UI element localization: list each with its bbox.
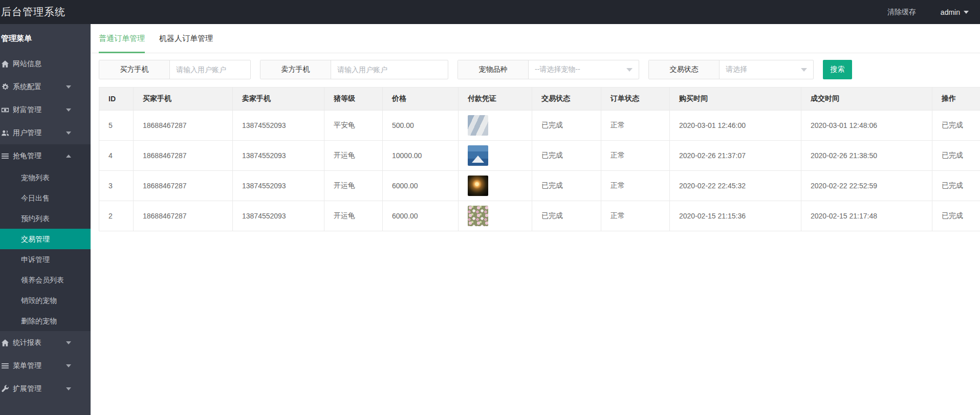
user-menu[interactable]: admin [941, 8, 969, 16]
sidebar-item-4[interactable]: 抢龟管理 [0, 144, 91, 167]
cell-order_status: 正常 [601, 141, 670, 171]
orders-table: ID买家手机卖家手机猪等级价格付款凭证交易状态订单状态购买时间成交时间操作 51… [99, 87, 980, 231]
sidebar-item-6[interactable]: 菜单管理 [0, 354, 91, 377]
cell-voucher [459, 111, 532, 141]
cell-id: 5 [99, 111, 134, 141]
seller-phone-group: 卖方手机 [260, 60, 448, 79]
seller-phone-input[interactable] [331, 60, 448, 79]
sidebar-item-1[interactable]: 系统配置 [0, 75, 91, 98]
sidebar-group-5: 统计报表 [0, 331, 91, 354]
pet-type-value: --请选择宠物-- [535, 65, 580, 74]
sidebar-item-7[interactable]: 扩展管理 [0, 377, 91, 400]
cell-buy_time: 2020-03-01 12:46:00 [670, 111, 801, 141]
voucher-image[interactable] [468, 176, 488, 196]
column-header-grade: 猪等级 [324, 88, 383, 111]
trade-status-select[interactable]: 请选择 [720, 60, 813, 79]
column-header-order_status: 订单状态 [601, 88, 670, 111]
voucher-image[interactable] [468, 115, 488, 136]
app-title: 后台管理系统 [0, 5, 66, 19]
column-header-price: 价格 [383, 88, 459, 111]
table-row: 31868846728713874552093开运龟6000.00已完成正常20… [99, 171, 980, 201]
cell-buy_time: 2020-02-15 21:15:36 [670, 201, 801, 231]
pet-type-select[interactable]: --请选择宠物-- [529, 60, 639, 79]
sidebar-item-label: 菜单管理 [13, 361, 41, 370]
sidebar-subitem-2[interactable]: 预约列表 [0, 208, 91, 229]
cell-action: 已完成 [932, 111, 980, 141]
trade-status-label: 交易状态 [649, 60, 720, 79]
cell-deal_time: 2020-03-01 12:48:06 [801, 111, 932, 141]
cell-price: 6000.00 [383, 201, 459, 231]
cell-trade_status: 已完成 [532, 201, 601, 231]
sidebar-item-5[interactable]: 统计报表 [0, 331, 91, 354]
column-header-buyer: 买家手机 [134, 88, 233, 111]
topbar: 后台管理系统 清除缓存 admin [0, 0, 980, 24]
sidebar-group-0: 网站信息 [0, 52, 91, 75]
table-row: 21868846728713874552093开运龟6000.00已完成正常20… [99, 201, 980, 231]
cell-buyer: 18688467287 [134, 171, 233, 201]
buyer-phone-input[interactable] [170, 60, 250, 79]
cell-deal_time: 2020-02-22 22:52:59 [801, 171, 932, 201]
sidebar-item-2[interactable]: 财富管理 [0, 98, 91, 121]
buyer-phone-label: 买方手机 [99, 60, 170, 79]
cell-buyer: 18688467287 [134, 141, 233, 171]
wrench-icon [1, 385, 9, 393]
cell-order_status: 正常 [601, 111, 670, 141]
chevron-down-icon [66, 387, 71, 390]
chevron-down-icon [626, 68, 633, 72]
chevron-down-icon [66, 85, 71, 89]
tab-label: 普通订单管理 [99, 34, 145, 43]
sidebar-group-2: 财富管理 [0, 98, 91, 121]
sidebar-subitem-5[interactable]: 领养会员列表 [0, 270, 91, 290]
column-header-trade_status: 交易状态 [532, 88, 601, 111]
chevron-down-icon [801, 68, 807, 72]
cell-grade: 开运龟 [324, 201, 383, 231]
column-header-action: 操作 [932, 88, 980, 111]
sidebar-item-label: 网站信息 [13, 59, 41, 69]
search-button[interactable]: 搜索 [823, 60, 852, 79]
sidebar-group-3: 用户管理 [0, 121, 91, 144]
clear-cache-link[interactable]: 清除缓存 [887, 8, 916, 17]
cell-action: 已完成 [932, 171, 980, 201]
voucher-image[interactable] [468, 145, 488, 166]
sidebar-subitem-7[interactable]: 删除的宠物 [0, 311, 91, 331]
voucher-image[interactable] [468, 206, 488, 226]
buyer-phone-group: 买方手机 [99, 60, 251, 79]
tab-normal-orders[interactable]: 普通订单管理 [99, 24, 145, 53]
sidebar-subitem-6[interactable]: 销毁的宠物 [0, 290, 91, 311]
sidebar-subitem-1[interactable]: 今日出售 [0, 188, 91, 208]
cell-action: 已完成 [932, 141, 980, 171]
sidebar-submenu: 宠物列表今日出售预约列表交易管理申诉管理领养会员列表销毁的宠物删除的宠物 [0, 167, 91, 331]
chevron-down-icon [964, 11, 969, 14]
cell-seller: 13874552093 [233, 141, 324, 171]
cell-id: 3 [99, 171, 134, 201]
cell-order_status: 正常 [601, 201, 670, 231]
sidebar-item-label: 扩展管理 [13, 384, 41, 394]
cell-order_status: 正常 [601, 171, 670, 201]
cell-price: 500.00 [383, 111, 459, 141]
sidebar-group-4: 抢龟管理宠物列表今日出售预约列表交易管理申诉管理领养会员列表销毁的宠物删除的宠物 [0, 144, 91, 331]
column-header-id: ID [99, 88, 134, 111]
chevron-down-icon [66, 132, 71, 135]
main-content: 普通订单管理 机器人订单管理 买方手机 卖方手机 宠物品种 --请选择宠物-- … [91, 24, 980, 415]
topbar-right: 清除缓存 admin [887, 8, 980, 17]
cell-price: 6000.00 [383, 171, 459, 201]
tab-robot-orders[interactable]: 机器人订单管理 [159, 24, 213, 53]
sidebar-item-0[interactable]: 网站信息 [0, 52, 91, 75]
sidebar-subitem-4[interactable]: 申诉管理 [0, 249, 91, 270]
chevron-up-icon [66, 155, 71, 158]
sidebar: 管理菜单 网站信息系统配置财富管理用户管理抢龟管理宠物列表今日出售预约列表交易管… [0, 24, 91, 415]
table-row: 51868846728713874552093平安龟500.00已完成正常202… [99, 111, 980, 141]
cell-grade: 开运龟 [324, 171, 383, 201]
chevron-down-icon [66, 364, 71, 367]
sidebar-item-label: 用户管理 [13, 128, 41, 138]
sidebar-subitem-0[interactable]: 宠物列表 [0, 167, 91, 188]
column-header-voucher: 付款凭证 [459, 88, 532, 111]
gears-icon [1, 83, 9, 91]
sidebar-item-3[interactable]: 用户管理 [0, 121, 91, 144]
cell-buy_time: 2020-02-26 21:37:07 [670, 141, 801, 171]
seller-phone-label: 卖方手机 [260, 60, 331, 79]
money-icon [1, 106, 9, 114]
cell-voucher [459, 171, 532, 201]
cell-buy_time: 2020-02-22 22:45:32 [670, 171, 801, 201]
sidebar-subitem-3[interactable]: 交易管理 [0, 229, 91, 249]
